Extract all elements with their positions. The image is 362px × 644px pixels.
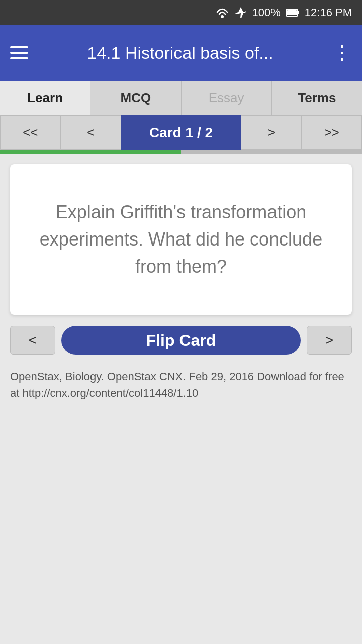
flashcard-container: Explain Griffith's transformation experi… (0, 154, 362, 315)
wifi-icon (215, 7, 229, 18)
card-indicator: Card 1 / 2 (121, 115, 241, 150)
prev-card-button[interactable]: < (60, 115, 121, 150)
last-card-button[interactable]: >> (302, 115, 362, 150)
time-display: 12:16 PM (305, 6, 352, 19)
svg-rect-3 (298, 11, 299, 14)
navigation-bar: << < Card 1 / 2 > >> (0, 115, 362, 150)
tab-terms[interactable]: Terms (272, 80, 362, 115)
flashcard-question: Explain Griffith's transformation experi… (25, 199, 337, 280)
more-options-button[interactable]: ⋮ (332, 43, 352, 62)
tab-essay: Essay (182, 80, 272, 115)
app-bar-title: 14.1 Historical basis of... (28, 43, 332, 63)
flip-bar: < Flip Card > (0, 320, 362, 360)
battery-icon (286, 8, 300, 17)
status-icons: 100% 12:16 PM (215, 6, 352, 19)
svg-rect-2 (287, 10, 297, 15)
flip-card-button[interactable]: Flip Card (61, 326, 301, 355)
progress-bar (0, 150, 362, 154)
progress-bar-fill (0, 150, 181, 154)
hamburger-menu-button[interactable] (10, 46, 28, 59)
flashcard[interactable]: Explain Griffith's transformation experi… (10, 164, 352, 315)
app-bar: 14.1 Historical basis of... ⋮ (0, 25, 362, 80)
svg-point-0 (221, 15, 224, 18)
first-card-button[interactable]: << (0, 115, 60, 150)
tab-bar: Learn MCQ Essay Terms (0, 80, 362, 115)
prev-card-bottom-button[interactable]: < (10, 326, 55, 355)
battery-percentage: 100% (252, 6, 281, 19)
status-bar: 100% 12:16 PM (0, 0, 362, 25)
empty-content-area (0, 410, 362, 611)
next-card-bottom-button[interactable]: > (307, 326, 352, 355)
next-card-button[interactable]: > (241, 115, 301, 150)
tab-mcq[interactable]: MCQ (90, 80, 181, 115)
airplane-icon (234, 6, 247, 19)
tab-learn[interactable]: Learn (0, 80, 90, 115)
attribution-text: OpenStax, Biology. OpenStax CNX. Feb 29,… (0, 360, 362, 410)
